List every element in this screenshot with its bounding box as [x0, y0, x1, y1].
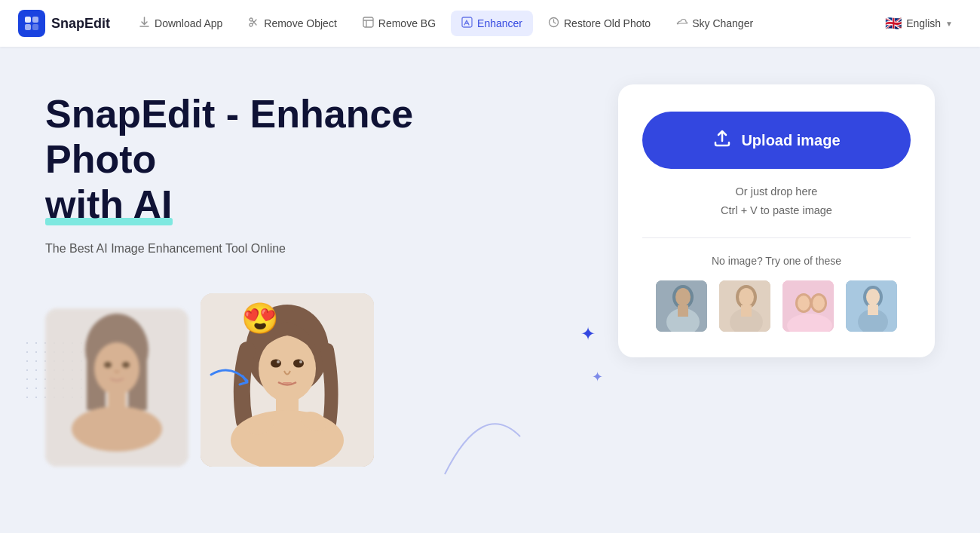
upload-section: Upload image Or just drop here Ctrl + V …	[618, 84, 935, 357]
flag-icon: 🇬🇧	[885, 15, 902, 32]
svg-point-36	[739, 288, 754, 306]
nav-enhancer[interactable]: Enhancer	[451, 11, 533, 36]
arrow-decoration	[204, 360, 256, 400]
sparkle-icon-1: ✦	[580, 323, 596, 345]
drop-hint: Or just drop here Ctrl + V to paste imag…	[642, 182, 911, 219]
upload-icon	[712, 128, 732, 152]
arc-decoration	[437, 391, 528, 482]
hero-section: SnapEdit - Enhance Photo with AI The Bes…	[45, 84, 573, 467]
sample-image-4[interactable]	[844, 279, 899, 333]
svg-point-41	[798, 296, 810, 311]
sample-images-list	[642, 279, 911, 333]
svg-point-25	[277, 360, 280, 363]
chevron-down-icon: ▼	[945, 20, 953, 28]
svg-point-16	[104, 362, 112, 368]
enhancer-icon	[461, 17, 473, 30]
nav-download-app[interactable]: Download App	[128, 11, 233, 36]
sample-image-2[interactable]	[718, 279, 772, 333]
language-selector[interactable]: 🇬🇧 English ▼	[876, 9, 962, 38]
svg-rect-3	[32, 24, 38, 30]
logo[interactable]: SnapEdit	[18, 10, 110, 37]
navbar: SnapEdit Download App Remove Object Remo…	[0, 0, 980, 47]
before-image-card	[45, 308, 188, 467]
svg-point-31	[675, 288, 691, 306]
svg-point-20	[259, 335, 316, 402]
upload-card: Upload image Or just drop here Ctrl + V …	[618, 84, 935, 357]
svg-point-17	[122, 362, 130, 368]
sample-image-1[interactable]	[654, 279, 709, 333]
svg-rect-33	[678, 305, 688, 317]
remove-bg-icon	[363, 17, 374, 30]
svg-rect-0	[25, 17, 31, 23]
svg-point-26	[299, 360, 302, 363]
svg-rect-6	[363, 17, 373, 27]
restore-icon	[548, 17, 559, 30]
ai-highlight: with AI	[45, 182, 173, 228]
before-person-silhouette	[45, 308, 188, 467]
download-icon	[139, 17, 150, 30]
sample-images-label: No image? Try one of these	[642, 255, 911, 267]
nav-sky-changer[interactable]: Sky Changer	[666, 11, 764, 36]
logo-text: SnapEdit	[51, 16, 110, 32]
thumb-1-placeholder	[656, 280, 707, 332]
svg-point-23	[271, 360, 281, 368]
svg-rect-1	[32, 17, 38, 23]
upload-image-button[interactable]: Upload image	[642, 112, 911, 169]
thumb-3-placeholder	[782, 280, 834, 332]
svg-point-13	[94, 342, 139, 395]
thumb-2-placeholder	[719, 280, 770, 332]
thumb-4-placeholder	[846, 280, 897, 332]
nav-restore-old-photo[interactable]: Restore Old Photo	[537, 11, 661, 36]
nav-remove-object[interactable]: Remove Object	[237, 11, 347, 36]
svg-point-15	[72, 406, 162, 452]
svg-point-24	[293, 360, 304, 368]
logo-icon	[18, 10, 45, 37]
svg-rect-7	[462, 17, 472, 27]
sky-icon	[676, 17, 688, 30]
hero-subtitle: The Best AI Image Enhancement Tool Onlin…	[45, 242, 573, 256]
sparkle-icon-2: ✦	[592, 369, 603, 385]
svg-rect-38	[741, 305, 752, 317]
svg-rect-49	[868, 305, 878, 315]
divider	[642, 237, 911, 238]
svg-point-47	[866, 289, 880, 305]
sample-image-3[interactable]	[781, 279, 835, 333]
preview-area: 😍	[45, 293, 573, 467]
scissors-icon	[248, 17, 259, 30]
hero-title: SnapEdit - Enhance Photo with AI	[45, 92, 573, 227]
svg-rect-2	[25, 24, 31, 30]
nav-remove-bg[interactable]: Remove BG	[352, 11, 446, 36]
svg-point-43	[813, 296, 825, 311]
main-content: SnapEdit - Enhance Photo with AI The Bes…	[0, 47, 980, 533]
emoji-decoration: 😍	[241, 301, 279, 336]
